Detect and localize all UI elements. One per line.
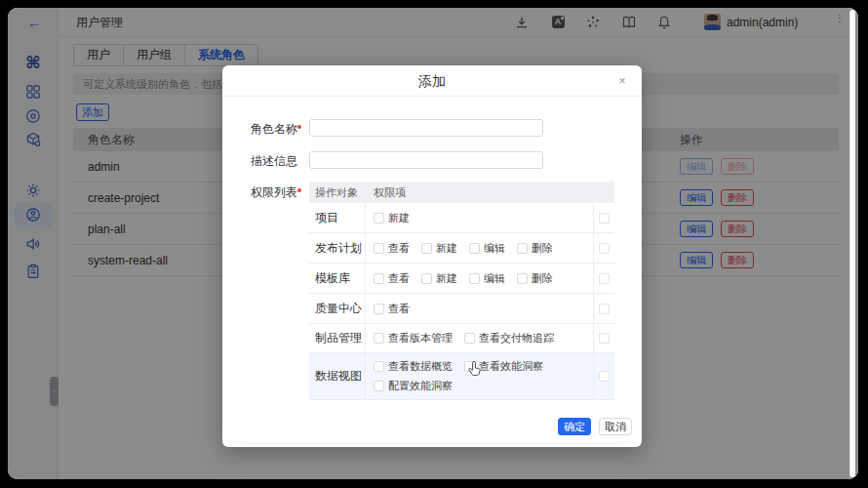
description-input[interactable] bbox=[309, 151, 543, 169]
object-cell: 发布计划 bbox=[309, 233, 366, 263]
role-name-input[interactable] bbox=[309, 119, 543, 137]
screen: ← ⌘ bbox=[0, 0, 868, 488]
scrollbar[interactable] bbox=[849, 10, 855, 477]
checkbox[interactable] bbox=[374, 304, 384, 314]
permission-option[interactable]: 查看 bbox=[374, 241, 410, 256]
permission-option[interactable]: 新建 bbox=[421, 271, 457, 286]
checkbox[interactable] bbox=[421, 273, 432, 284]
row-select-checkbox[interactable] bbox=[599, 213, 610, 224]
permission-row-hovered: 数据视图 查看数据概览 查看效能洞察 配置效能洞察 bbox=[309, 353, 614, 400]
col-permission-items: 权限项 bbox=[366, 182, 593, 203]
object-cell: 制品管理 bbox=[309, 324, 366, 352]
permission-option[interactable]: 删除 bbox=[517, 241, 553, 256]
required-dot bbox=[297, 188, 301, 192]
object-cell: 模板库 bbox=[309, 264, 366, 293]
object-cell: 质量中心 bbox=[309, 294, 366, 323]
permission-option[interactable]: 查看版本管理 bbox=[374, 331, 453, 346]
dialog-header: 添加 × bbox=[222, 65, 642, 97]
permission-option[interactable]: 查看数据概览 bbox=[374, 359, 453, 374]
checkbox[interactable] bbox=[374, 361, 384, 372]
permission-row: 制品管理 查看版本管理 查看交付物追踪 bbox=[309, 324, 614, 353]
mouse-cursor-icon bbox=[468, 361, 482, 378]
description-label: 描述信息 bbox=[251, 153, 297, 170]
permission-option[interactable]: 删除 bbox=[517, 271, 553, 286]
app-window: ← ⌘ bbox=[8, 8, 858, 479]
required-dot bbox=[297, 125, 301, 129]
role-name-label: 角色名称 bbox=[251, 121, 297, 138]
dialog-title: 添加 bbox=[222, 65, 642, 97]
checkbox[interactable] bbox=[374, 333, 384, 344]
permission-row: 发布计划 查看 新建 编辑 删除 bbox=[309, 233, 614, 264]
checkbox[interactable] bbox=[374, 243, 384, 254]
checkbox[interactable] bbox=[374, 213, 384, 224]
permission-option[interactable]: 查看 bbox=[374, 302, 410, 316]
checkbox[interactable] bbox=[464, 333, 475, 344]
permission-option[interactable]: 新建 bbox=[421, 241, 457, 256]
row-select-checkbox[interactable] bbox=[599, 273, 610, 284]
confirm-button[interactable]: 确定 bbox=[558, 418, 591, 435]
object-cell: 项目 bbox=[309, 203, 366, 232]
permission-row: 模板库 查看 新建 编辑 删除 bbox=[309, 264, 614, 294]
checkbox[interactable] bbox=[374, 273, 384, 284]
row-select-checkbox[interactable] bbox=[599, 371, 610, 382]
permission-option[interactable]: 查看 bbox=[374, 271, 410, 286]
checkbox[interactable] bbox=[517, 273, 528, 284]
permission-option[interactable]: 配置效能洞察 bbox=[374, 379, 453, 393]
add-role-dialog: 添加 × 角色名称 描述信息 权限列表 操作对象 权限项 项目 bbox=[222, 65, 642, 447]
cancel-button[interactable]: 取消 bbox=[599, 418, 632, 435]
row-select-checkbox[interactable] bbox=[599, 304, 610, 314]
object-cell: 数据视图 bbox=[309, 353, 366, 399]
permission-row: 项目 新建 bbox=[309, 203, 614, 233]
checkbox[interactable] bbox=[374, 381, 384, 391]
permission-table-header: 操作对象 权限项 bbox=[309, 182, 614, 203]
row-select-checkbox[interactable] bbox=[599, 333, 610, 344]
close-icon[interactable]: × bbox=[612, 65, 632, 97]
permission-row: 质量中心 查看 bbox=[309, 294, 614, 324]
permissions-label: 权限列表 bbox=[251, 184, 297, 201]
checkbox[interactable] bbox=[421, 243, 432, 254]
row-select-checkbox[interactable] bbox=[599, 243, 610, 254]
checkbox[interactable] bbox=[469, 243, 480, 254]
checkbox[interactable] bbox=[517, 243, 528, 254]
col-operation-object: 操作对象 bbox=[309, 182, 366, 203]
permission-option[interactable]: 新建 bbox=[374, 211, 410, 225]
checkbox[interactable] bbox=[469, 273, 480, 284]
permission-option[interactable]: 编辑 bbox=[469, 271, 505, 286]
permission-option[interactable]: 编辑 bbox=[469, 241, 505, 256]
permission-option[interactable]: 查看交付物追踪 bbox=[464, 331, 554, 346]
permission-table: 操作对象 权限项 项目 新建 发布计划 查看 bbox=[309, 182, 614, 400]
